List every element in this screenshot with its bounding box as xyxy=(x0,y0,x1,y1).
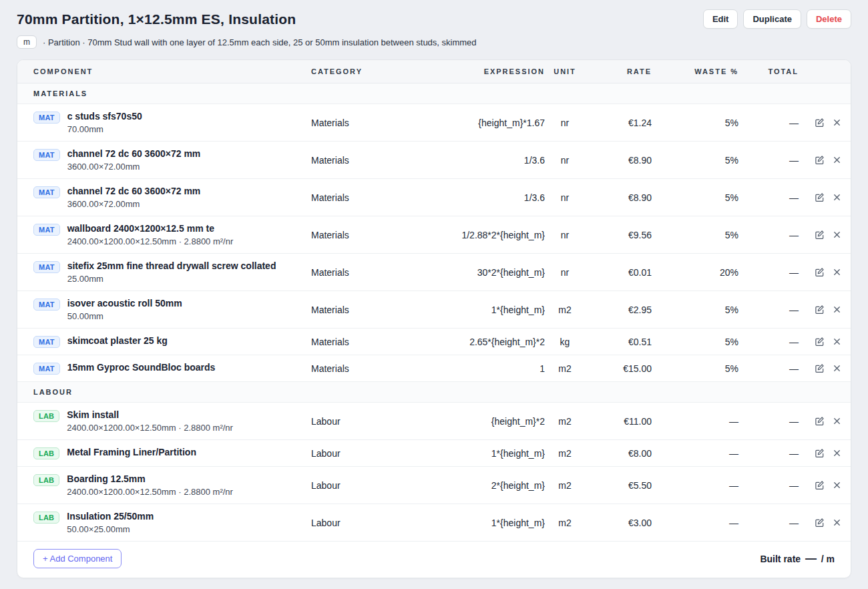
page-title: 70mm Partition, 1×12.5mm ES, Insulation xyxy=(17,11,296,27)
component-name-wrap: channel 72 dc 60 3600×72 mm 3600.00×72.0… xyxy=(67,148,201,172)
waste-cell: 5% xyxy=(652,363,738,374)
component-type-badge: MAT xyxy=(33,261,60,273)
row-actions xyxy=(799,230,841,240)
total-cell: — xyxy=(738,118,799,128)
component-type-badge: LAB xyxy=(33,410,59,422)
total-cell: — xyxy=(738,448,799,459)
category-cell: Materials xyxy=(311,337,425,347)
total-cell: — xyxy=(738,267,799,278)
total-cell: — xyxy=(738,305,799,315)
edit-icon[interactable] xyxy=(815,416,825,426)
rate-cell: €8.00 xyxy=(585,448,652,459)
edit-icon[interactable] xyxy=(815,118,825,128)
built-rate-label: Built rate xyxy=(760,554,801,564)
row-actions xyxy=(799,416,841,426)
edit-icon[interactable] xyxy=(815,155,825,165)
expression-cell: 1*{height_m} xyxy=(425,518,545,528)
section-label: MATERIALS xyxy=(33,89,87,97)
close-icon[interactable] xyxy=(833,481,841,489)
close-icon[interactable] xyxy=(833,518,841,527)
component-row: LAB Skim install 2400.00×1200.00×12.50mm… xyxy=(17,403,851,440)
component-cell: MAT 15mm Gyproc SoundBloc boards xyxy=(33,362,311,375)
subtitle-text: · Partition · 70mm Stud wall with one la… xyxy=(43,37,477,47)
component-detail: 70.00mm xyxy=(67,124,142,134)
component-cell: MAT channel 72 dc 60 3600×72 mm 3600.00×… xyxy=(33,186,311,209)
row-actions xyxy=(799,480,841,490)
waste-cell: — xyxy=(652,480,738,491)
total-cell: — xyxy=(738,192,799,203)
close-icon[interactable] xyxy=(833,156,841,164)
duplicate-button[interactable]: Duplicate xyxy=(743,9,801,29)
card-footer: + Add Component Built rate — / m xyxy=(17,542,851,578)
expression-cell: 1/2.88*2*{height_m} xyxy=(425,230,545,240)
close-icon[interactable] xyxy=(833,193,841,202)
component-cell: MAT wallboard 2400×1200×12.5 mm te 2400.… xyxy=(33,223,311,246)
edit-icon[interactable] xyxy=(815,267,825,277)
unit-cell: m2 xyxy=(545,518,585,528)
component-name: isover acoustic roll 50mm xyxy=(67,298,182,309)
waste-cell: 5% xyxy=(652,230,738,240)
edit-icon[interactable] xyxy=(815,192,825,202)
component-name-wrap: 15mm Gyproc SoundBloc boards xyxy=(67,362,216,373)
row-actions xyxy=(799,337,841,347)
total-cell: — xyxy=(738,480,799,491)
component-type-badge: MAT xyxy=(33,224,60,236)
component-name-wrap: isover acoustic roll 50mm 50.00mm xyxy=(67,298,182,321)
rate-cell: €8.90 xyxy=(585,192,652,203)
built-rate: Built rate — / m xyxy=(760,552,835,566)
close-icon[interactable] xyxy=(833,305,841,314)
component-cell: MAT sitefix 25mm fine thread drywall scr… xyxy=(33,260,311,284)
category-cell: Labour xyxy=(311,448,425,459)
table-header-row: COMPONENT CATEGORY EXPRESSION UNIT RATE … xyxy=(17,60,851,83)
row-actions xyxy=(799,448,841,458)
subtitle-row: m · Partition · 70mm Stud wall with one … xyxy=(17,35,851,49)
close-icon[interactable] xyxy=(833,118,841,127)
component-name: channel 72 dc 60 3600×72 mm xyxy=(67,148,201,159)
rate-cell: €5.50 xyxy=(585,480,652,491)
waste-cell: 5% xyxy=(652,305,738,315)
row-actions xyxy=(799,155,841,165)
edit-icon[interactable] xyxy=(815,363,825,373)
component-type-badge: LAB xyxy=(33,512,59,524)
category-cell: Labour xyxy=(311,416,425,427)
rate-cell: €8.90 xyxy=(585,155,652,166)
category-cell: Labour xyxy=(311,480,425,491)
add-component-button[interactable]: + Add Component xyxy=(33,549,122,568)
expression-cell: 1*{height_m} xyxy=(425,305,545,315)
category-cell: Materials xyxy=(311,118,425,128)
unit-cell: m2 xyxy=(545,416,585,427)
edit-button[interactable]: Edit xyxy=(703,9,738,29)
component-type-badge: MAT xyxy=(33,299,60,311)
component-type-badge: LAB xyxy=(33,447,59,459)
close-icon[interactable] xyxy=(833,417,841,425)
delete-button[interactable]: Delete xyxy=(807,9,851,29)
component-cell: LAB Skim install 2400.00×1200.00×12.50mm… xyxy=(33,409,311,433)
edit-icon[interactable] xyxy=(815,230,825,240)
rate-cell: €11.00 xyxy=(585,416,652,427)
edit-icon[interactable] xyxy=(815,518,825,528)
component-detail: 50.00mm xyxy=(67,311,182,321)
close-icon[interactable] xyxy=(833,449,841,457)
edit-icon[interactable] xyxy=(815,305,825,315)
unit-cell: nr xyxy=(545,192,585,203)
close-icon[interactable] xyxy=(833,230,841,239)
component-row: MAT isover acoustic roll 50mm 50.00mm Ma… xyxy=(17,291,851,329)
built-rate-value: — xyxy=(805,552,817,566)
rate-cell: €2.95 xyxy=(585,305,652,315)
close-icon[interactable] xyxy=(833,364,841,373)
component-detail: 50.00×25.00mm xyxy=(67,524,154,534)
row-actions xyxy=(799,118,841,128)
unit-cell: nr xyxy=(545,155,585,166)
edit-icon[interactable] xyxy=(815,480,825,490)
component-name: Metal Framing Liner/Partition xyxy=(67,447,196,457)
row-actions xyxy=(799,192,841,202)
edit-icon[interactable] xyxy=(815,337,825,347)
close-icon[interactable] xyxy=(833,268,841,276)
component-name: skimcoat plaster 25 kg xyxy=(67,335,168,346)
component-cell: MAT isover acoustic roll 50mm 50.00mm xyxy=(33,298,311,321)
close-icon[interactable] xyxy=(833,337,841,346)
row-actions xyxy=(799,518,841,528)
expression-cell: {height_m}*1.67 xyxy=(425,118,545,128)
unit-cell: nr xyxy=(545,267,585,278)
edit-icon[interactable] xyxy=(815,448,825,458)
